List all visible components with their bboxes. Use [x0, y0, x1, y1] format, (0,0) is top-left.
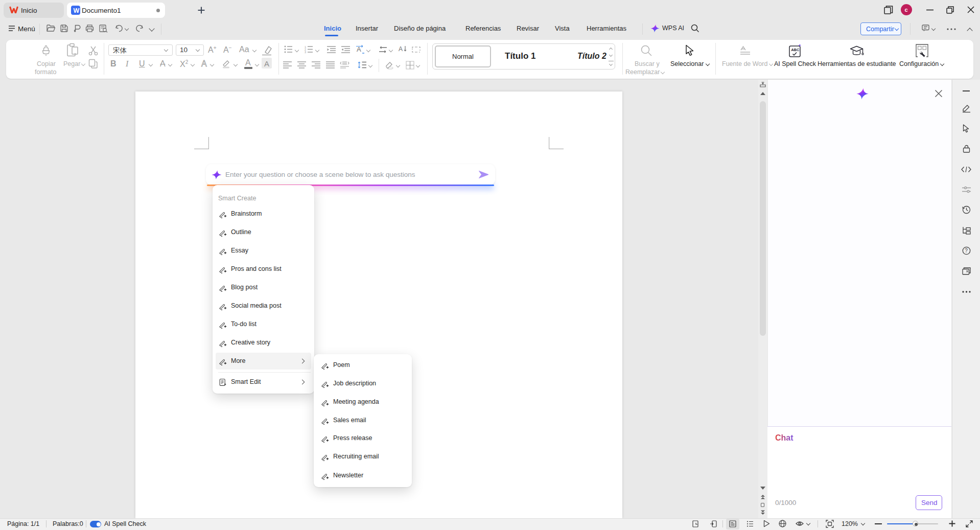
- svg-text:ABC: ABC: [791, 48, 800, 52]
- svg-text:?: ?: [965, 248, 968, 254]
- svg-text:A: A: [357, 45, 361, 53]
- svg-text:A: A: [399, 45, 403, 53]
- svg-text:3: 3: [305, 51, 306, 54]
